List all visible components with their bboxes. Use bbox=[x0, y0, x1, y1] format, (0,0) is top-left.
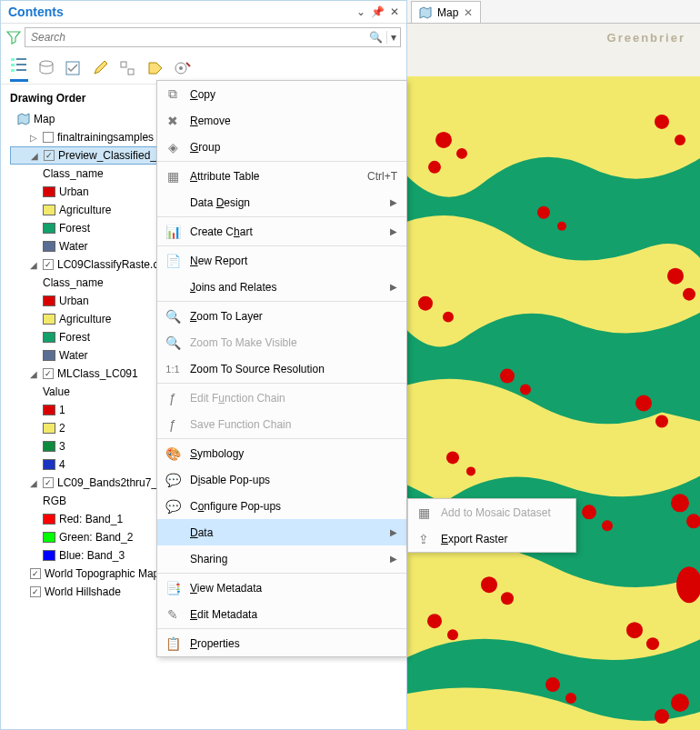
cm-copy[interactable]: ⧉CCopyopy bbox=[157, 81, 406, 107]
search-box[interactable]: 🔍 ▾ bbox=[25, 27, 401, 47]
zoom-icon: 🔍 bbox=[165, 308, 181, 325]
search-row: 🔍 ▾ bbox=[1, 24, 406, 51]
cm-edit-function-chain: ƒEdit Function Chain bbox=[157, 385, 406, 411]
search-dropdown-icon[interactable]: ▾ bbox=[386, 31, 400, 44]
expander-icon[interactable]: ▷ bbox=[30, 133, 39, 143]
svg-rect-1 bbox=[11, 64, 15, 66]
visibility-checkbox[interactable]: ✓ bbox=[43, 259, 54, 270]
popup-disable-icon: 💬 bbox=[165, 472, 181, 488]
visibility-checkbox[interactable]: ✓ bbox=[30, 586, 41, 597]
cm-zoom-to-layer[interactable]: 🔍Zoom To Layer bbox=[157, 303, 406, 329]
filter-icon[interactable] bbox=[6, 30, 21, 45]
expander-icon[interactable]: ◢ bbox=[30, 260, 39, 270]
svg-point-24 bbox=[683, 288, 695, 301]
visibility-checkbox[interactable]: ✓ bbox=[44, 150, 55, 161]
cm-configure-popups[interactable]: 💬Configure Pop-ups bbox=[157, 493, 406, 519]
map-root-label: Map bbox=[34, 113, 55, 125]
cm-data[interactable]: Data▶ bbox=[157, 519, 406, 545]
layer-label: LC09ClassifyRaste.crf bbox=[57, 258, 165, 271]
map-pane: Map ✕ Greenbrier bbox=[407, 0, 700, 730]
map-tab-label: Map bbox=[437, 6, 458, 19]
cm-group[interactable]: ◈Group bbox=[157, 134, 406, 160]
cm-properties[interactable]: 📋Properties bbox=[157, 630, 406, 656]
sm-add-mosaic: ▦Add to Mosaic Dataset bbox=[408, 499, 575, 525]
cm-new-report[interactable]: 📄New Report bbox=[157, 247, 406, 274]
list-by-selection-icon[interactable] bbox=[65, 60, 83, 79]
map-canvas[interactable]: Greenbrier bbox=[407, 24, 700, 730]
cm-zoom-source-resolution[interactable]: 1:1Zoom To Source Resolution bbox=[157, 355, 406, 382]
expander-icon[interactable]: ◢ bbox=[30, 478, 39, 488]
pane-header: Contents ⌄ 📌 ✕ bbox=[1, 1, 406, 24]
svg-point-33 bbox=[671, 494, 689, 512]
table-icon: ▦ bbox=[165, 168, 181, 185]
svg-point-31 bbox=[582, 505, 596, 519]
layer-label: MLClass_LC091 bbox=[57, 367, 138, 380]
function-icon: ƒ bbox=[165, 390, 181, 406]
pin-icon[interactable]: 📌 bbox=[371, 5, 385, 18]
svg-point-14 bbox=[435, 132, 452, 148]
shortcut-label: Ctrl+T bbox=[367, 170, 397, 183]
mosaic-icon: ▦ bbox=[415, 505, 432, 521]
svg-rect-9 bbox=[128, 69, 134, 75]
cm-sharing[interactable]: Sharing▶ bbox=[157, 545, 406, 572]
cm-create-chart[interactable]: 📊Create Chart▶ bbox=[157, 218, 406, 245]
search-icon[interactable]: 🔍 bbox=[365, 31, 386, 44]
svg-point-25 bbox=[500, 369, 515, 384]
submenu-arrow-icon: ▶ bbox=[390, 282, 397, 292]
data-submenu: ▦Add to Mosaic Dataset ⇪Export Raster bbox=[407, 498, 576, 553]
cm-disable-popups[interactable]: 💬Disable Pop-ups bbox=[157, 466, 406, 493]
visibility-checkbox[interactable]: ✓ bbox=[30, 568, 41, 579]
search-input[interactable] bbox=[25, 31, 365, 44]
cm-joins-relates[interactable]: Joins and Relates▶ bbox=[157, 274, 406, 300]
remove-icon: ✖ bbox=[165, 113, 181, 129]
list-by-drawing-order-icon[interactable] bbox=[10, 56, 28, 82]
visibility-checkbox[interactable]: ✓ bbox=[43, 368, 54, 379]
list-by-source-icon[interactable] bbox=[37, 60, 55, 79]
list-by-snapping-icon[interactable] bbox=[119, 60, 137, 79]
cm-view-metadata[interactable]: 📑View Metadata bbox=[157, 575, 406, 601]
svg-point-36 bbox=[501, 592, 514, 605]
cm-edit-metadata[interactable]: ✎Edit Metadata bbox=[157, 601, 406, 627]
svg-point-26 bbox=[520, 385, 531, 395]
svg-point-37 bbox=[427, 614, 442, 628]
svg-point-40 bbox=[646, 637, 659, 650]
map-icon bbox=[17, 113, 30, 125]
group-icon: ◈ bbox=[165, 139, 181, 155]
svg-point-44 bbox=[655, 709, 669, 724]
properties-icon: 📋 bbox=[165, 635, 181, 652]
visibility-checkbox[interactable]: ✓ bbox=[43, 477, 54, 488]
list-by-editing-icon[interactable] bbox=[92, 60, 110, 79]
export-icon: ⇪ bbox=[415, 531, 432, 547]
submenu-arrow-icon: ▶ bbox=[390, 197, 397, 207]
classified-raster bbox=[407, 76, 700, 730]
close-tab-icon[interactable]: ✕ bbox=[464, 6, 473, 19]
cm-remove[interactable]: ✖Remove bbox=[157, 107, 406, 134]
cm-attribute-table[interactable]: ▦Attribute TableCtrl+T bbox=[157, 163, 406, 189]
expander-icon[interactable]: ◢ bbox=[31, 151, 40, 161]
submenu-arrow-icon: ▶ bbox=[390, 527, 397, 537]
map-place-label: Greenbrier bbox=[607, 31, 685, 45]
list-by-labeling-icon[interactable] bbox=[146, 60, 165, 79]
svg-point-15 bbox=[456, 148, 467, 159]
visibility-checkbox[interactable] bbox=[43, 132, 54, 143]
autohide-icon[interactable]: ⌄ bbox=[356, 5, 365, 18]
svg-point-42 bbox=[565, 693, 576, 704]
list-by-perception-icon[interactable] bbox=[174, 60, 192, 79]
sm-export-raster[interactable]: ⇪Export Raster bbox=[408, 525, 575, 552]
map-tab[interactable]: Map ✕ bbox=[411, 1, 481, 23]
svg-point-19 bbox=[537, 206, 550, 219]
svg-point-38 bbox=[447, 629, 458, 640]
layer-context-menu: ⧉CCopyopy ✖Remove ◈Group ▦Attribute Tabl… bbox=[156, 80, 407, 657]
close-pane-icon[interactable]: ✕ bbox=[390, 5, 399, 18]
expander-icon[interactable]: ◢ bbox=[30, 369, 39, 379]
metadata-icon: 📑 bbox=[165, 580, 181, 596]
svg-point-11 bbox=[179, 66, 183, 70]
popup-config-icon: 💬 bbox=[165, 498, 181, 515]
cm-data-design[interactable]: Data Design▶ bbox=[157, 189, 406, 215]
svg-point-29 bbox=[446, 451, 459, 464]
map-icon bbox=[419, 6, 432, 19]
cm-symbology[interactable]: 🎨Symbology bbox=[157, 440, 406, 466]
layer-label: World Hillshade bbox=[45, 585, 121, 598]
svg-point-23 bbox=[667, 268, 684, 285]
symbology-icon: 🎨 bbox=[165, 445, 181, 462]
